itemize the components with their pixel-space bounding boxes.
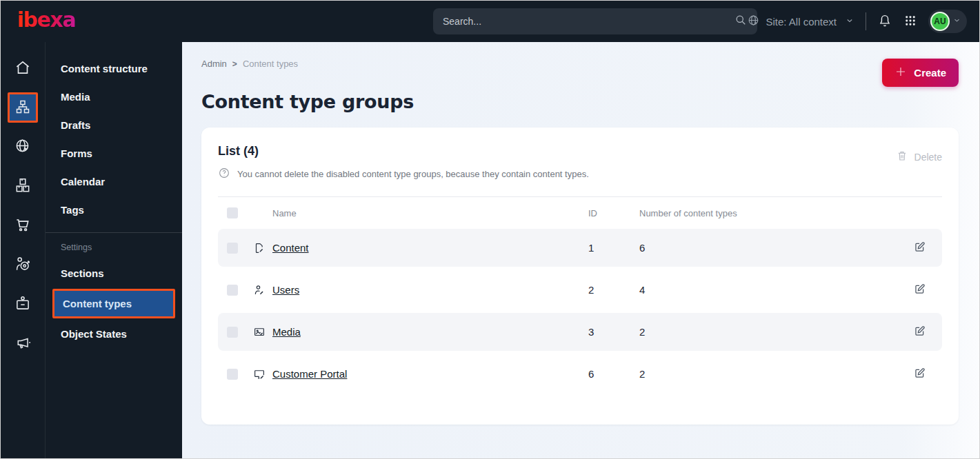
table-row: Users 2 4 [218, 271, 942, 309]
app-switcher-button[interactable] [903, 14, 917, 30]
table-row: Media 3 2 [218, 313, 942, 351]
user-menu[interactable]: AU [928, 10, 967, 33]
group-link-media[interactable]: Media [272, 326, 301, 338]
row-checkbox[interactable] [227, 285, 238, 296]
table-row: Content 1 6 [218, 229, 942, 267]
content-file-icon [253, 242, 272, 254]
edit-button[interactable] [906, 241, 933, 256]
group-id: 2 [588, 284, 639, 296]
sitemap-icon [14, 99, 31, 117]
trash-icon [896, 150, 908, 164]
sidebar-item-content-types[interactable]: Content types [52, 289, 175, 318]
row-checkbox[interactable] [227, 327, 238, 338]
search-icon[interactable] [734, 13, 748, 30]
sidebar-section-settings: Settings [46, 240, 182, 259]
badge-icon [14, 294, 32, 314]
rail-item-campaigns[interactable] [8, 328, 38, 358]
group-link-content[interactable]: Content [272, 242, 309, 254]
search-input[interactable] [443, 16, 734, 27]
sidebar-item-sections[interactable]: Sections [46, 259, 182, 287]
row-checkbox[interactable] [227, 243, 238, 254]
sidebar-divider [46, 232, 182, 233]
rail-item-commerce[interactable] [8, 210, 38, 241]
group-link-customer-portal[interactable]: Customer Portal [272, 368, 347, 380]
site-context-selector[interactable]: Site: All context [747, 14, 854, 29]
avatar: AU [930, 12, 950, 31]
content-sidebar: Content structure Media Drafts Forms Cal… [45, 42, 182, 458]
notifications-button[interactable] [877, 13, 892, 30]
select-all-checkbox[interactable] [227, 207, 238, 218]
site-context-label: Site: All context [766, 16, 837, 28]
sidebar-item-object-states[interactable]: Object States [46, 320, 182, 348]
sidebar-item-tags[interactable]: Tags [46, 196, 182, 224]
create-button-label: Create [914, 67, 946, 79]
help-icon [218, 167, 230, 181]
packages-icon [14, 176, 32, 196]
chevron-down-icon [952, 16, 961, 27]
edit-button[interactable] [906, 325, 933, 340]
delete-button[interactable]: Delete [896, 144, 942, 164]
group-count: 6 [639, 242, 906, 254]
rail-item-products[interactable] [8, 171, 38, 201]
cart-icon [14, 216, 32, 236]
group-count: 4 [639, 284, 906, 296]
breadcrumb-current: Content types [243, 59, 298, 69]
group-id: 1 [588, 242, 639, 254]
edit-icon [913, 283, 926, 298]
main-nav-rail [1, 42, 45, 458]
sidebar-item-calendar[interactable]: Calendar [46, 167, 182, 196]
group-id: 6 [588, 368, 639, 380]
home-icon [14, 59, 32, 79]
sidebar-item-content-structure[interactable]: Content structure [46, 54, 182, 83]
chevron-down-icon [845, 16, 854, 28]
monitor-icon [253, 368, 272, 380]
edit-icon [913, 241, 926, 256]
topbar: ibexa Site: All context [1, 1, 979, 42]
edit-icon [913, 325, 926, 340]
column-header-id: ID [588, 208, 639, 218]
rail-item-content[interactable] [8, 92, 38, 123]
rail-item-admin[interactable] [8, 289, 38, 319]
personalization-icon [14, 255, 32, 275]
edit-button[interactable] [906, 283, 933, 298]
delete-button-label: Delete [914, 152, 942, 163]
sidebar-item-drafts[interactable]: Drafts [46, 111, 182, 139]
create-button[interactable]: Create [882, 59, 959, 87]
rail-item-dashboard[interactable] [8, 53, 38, 83]
list-title: List (4) [218, 144, 589, 159]
app-window: ibexa Site: All context [0, 0, 980, 459]
user-icon [253, 284, 272, 296]
topbar-right: Site: All context AU [747, 1, 967, 42]
list-help-text: You cannot delete the disabled content t… [237, 169, 589, 179]
site-globe-icon [747, 14, 760, 29]
image-icon [253, 326, 272, 338]
content-type-groups-card: List (4) You cannot delete the disabled … [201, 127, 959, 425]
breadcrumb: Admin > Content types [201, 59, 959, 69]
sidebar-item-forms[interactable]: Forms [46, 139, 182, 167]
plus-icon [894, 65, 907, 80]
web-globe-icon [14, 137, 32, 157]
group-id: 3 [588, 326, 639, 338]
topbar-divider [866, 12, 866, 30]
sidebar-item-media[interactable]: Media [46, 83, 182, 111]
edit-button[interactable] [906, 367, 933, 382]
rail-item-site[interactable] [8, 132, 38, 162]
page-title: Content type groups [201, 91, 959, 112]
breadcrumb-admin[interactable]: Admin [201, 59, 227, 69]
group-count: 2 [639, 326, 906, 338]
ibexa-logo[interactable]: ibexa [17, 10, 75, 33]
bell-icon [877, 13, 892, 30]
group-count: 2 [639, 368, 906, 380]
column-header-name: Name [272, 208, 588, 218]
global-search[interactable] [433, 8, 757, 34]
edit-icon [913, 367, 926, 382]
main-content: Admin > Content types Create Content typ… [182, 42, 979, 458]
breadcrumb-separator: > [232, 59, 237, 69]
column-header-count: Number of content types [639, 208, 906, 218]
megaphone-icon [14, 334, 32, 354]
group-link-users[interactable]: Users [272, 284, 299, 296]
rail-item-personalization[interactable] [8, 249, 38, 280]
table-row: Customer Portal 6 2 [218, 355, 942, 393]
row-checkbox[interactable] [227, 369, 238, 380]
app-grid-icon [903, 14, 917, 30]
